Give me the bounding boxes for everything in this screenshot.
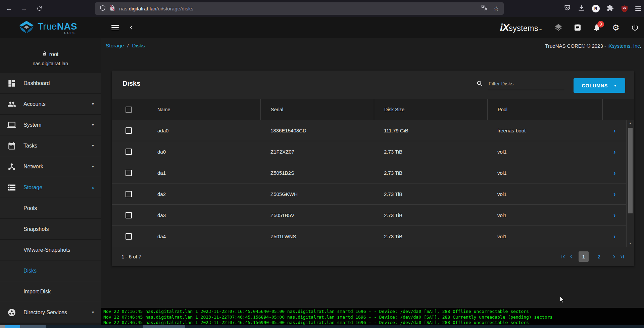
page-1-button[interactable]: 1	[579, 251, 589, 262]
dashboard-icon	[7, 79, 16, 88]
hscroll-thumb[interactable]	[5, 325, 20, 328]
sidebar-item-network[interactable]: Network ▼	[0, 156, 101, 177]
row-expand-chevron-icon[interactable]: ›	[613, 148, 616, 155]
sidebar-item-vmware-snapshots[interactable]: VMware-Snapshots	[0, 240, 101, 260]
browser-menu-icon[interactable]	[635, 6, 641, 11]
columns-button[interactable]: COLUMNS ▼	[574, 78, 625, 93]
row-expand-chevron-icon[interactable]: ›	[613, 169, 616, 176]
chevron-down-icon: ▼	[91, 311, 95, 314]
column-header-serial[interactable]: Serial	[260, 99, 374, 120]
table-scrollbar[interactable]: ▲ ▼	[626, 120, 634, 247]
cell-serial: Z505GKWH	[260, 191, 374, 197]
table-row-da0[interactable]: da0 Z1F2XZ07 2.73 TiB vol1 ›	[112, 141, 634, 162]
filter-disks-input[interactable]	[488, 80, 564, 90]
table-row-da1[interactable]: da1 Z5051B2S 2.73 TiB vol1 ›	[112, 162, 634, 183]
sidebar-collapse-icon[interactable]	[129, 24, 134, 32]
address-bar[interactable]: nas.digitalrat.lan/ui/storage/disks ☆	[95, 2, 504, 15]
sidebar-item-directory-services[interactable]: Directory Services ▼	[0, 302, 101, 323]
browser-reload-icon[interactable]	[33, 0, 46, 17]
console-line: Nov 22 07:16:45 nas.digitalrat.lan 1 202…	[103, 309, 644, 315]
chevron-down-icon: ▼	[91, 123, 95, 127]
row-checkbox[interactable]	[126, 191, 132, 197]
console-footer[interactable]: Nov 22 07:16:45 nas.digitalrat.lan 1 202…	[101, 308, 644, 325]
sidebar-item-accounts[interactable]: Accounts ▼	[0, 94, 101, 115]
table-row-ada0[interactable]: ada0 1836E15408CD 111.79 GiB freenas-boo…	[112, 120, 634, 141]
user-host: nas.digitalrat.lan	[0, 61, 101, 66]
filter-area	[476, 80, 564, 90]
sidebar-toggle-icon[interactable]	[111, 25, 119, 30]
breadcrumb-storage-link[interactable]: Storage	[106, 43, 124, 49]
user-block: root nas.digitalrat.lan	[0, 38, 101, 66]
browser-back-icon[interactable]: ←	[3, 0, 15, 17]
column-header-pool[interactable]: Pool	[487, 99, 602, 120]
truecommand-icon[interactable]	[554, 23, 563, 32]
table-row-da2[interactable]: da2 Z505GKWH 2.73 TiB vol1 ›	[112, 183, 634, 205]
previous-page-icon[interactable]	[567, 253, 575, 261]
search-icon	[476, 80, 484, 89]
translate-icon[interactable]	[481, 5, 488, 12]
page-title: Disks	[122, 80, 140, 87]
row-checkbox[interactable]	[126, 127, 132, 134]
url-text[interactable]: nas.digitalrat.lan/ui/storage/disks	[119, 6, 193, 11]
last-page-icon[interactable]	[618, 253, 626, 261]
extension-r-badge[interactable]: R	[592, 5, 600, 12]
pocket-icon[interactable]	[564, 4, 571, 13]
sidebar-item-dashboard[interactable]: Dashboard	[0, 73, 101, 94]
sidebar-item-pools[interactable]: Pools	[0, 198, 101, 219]
row-expand-chevron-icon[interactable]: ›	[613, 191, 616, 197]
sidebar-item-storage[interactable]: Storage ▲	[0, 177, 101, 198]
sidebar-item-disks[interactable]: Disks	[0, 260, 101, 281]
truenas-logo[interactable]: TrueNAS CORE	[19, 20, 77, 34]
truenas-disks-page: ← → nas.digitalrat.lan/ui/storage/disks …	[0, 0, 644, 328]
scroll-down-icon[interactable]: ▼	[627, 241, 634, 246]
row-checkbox[interactable]	[126, 149, 132, 155]
row-checkbox[interactable]	[126, 170, 132, 176]
accounts-people-icon	[7, 100, 16, 109]
sidebar-item-snapshots[interactable]: Snapshots	[0, 219, 101, 240]
table-row-da4[interactable]: da4 Z501LWNS 2.73 TiB vol1 ›	[112, 226, 634, 247]
url-path: /ui/storage/disks	[156, 6, 193, 11]
scrollbar-thumb[interactable]	[628, 128, 633, 213]
ublock-origin-icon[interactable]: uO	[621, 5, 628, 13]
ixsystems-link[interactable]: iXsystems, Inc	[607, 43, 640, 49]
browser-extensions-area: R uO	[564, 0, 641, 17]
row-expand-chevron-icon[interactable]: ›	[613, 212, 616, 218]
row-expand-chevron-icon[interactable]: ›	[613, 233, 616, 240]
select-all-checkbox[interactable]	[126, 107, 132, 113]
downloads-icon[interactable]	[578, 4, 585, 13]
column-header-name[interactable]: Name	[149, 99, 260, 120]
chevron-down-icon: ▼	[91, 144, 95, 148]
column-header-disk-size[interactable]: Disk Size	[374, 99, 487, 120]
next-page-icon[interactable]	[610, 253, 618, 261]
notifications-bell-icon[interactable]: 3	[592, 23, 601, 32]
power-icon[interactable]	[631, 23, 639, 32]
url-subdomain: nas.	[119, 6, 129, 11]
cell-pool: freenas-boot	[487, 128, 602, 133]
page-2-button[interactable]: 2	[593, 254, 605, 259]
tasks-calendar-icon	[7, 141, 16, 150]
breadcrumb-disks-link[interactable]: Disks	[132, 43, 145, 49]
brand-edition: CORE	[64, 31, 77, 35]
row-checkbox[interactable]	[126, 233, 132, 240]
browser-forward-icon[interactable]: →	[17, 0, 30, 17]
cell-serial: Z1F2XZ07	[260, 149, 374, 155]
sidebar-item-system[interactable]: System ▼	[0, 115, 101, 135]
shield-icon[interactable]	[100, 5, 106, 13]
console-line: Nov 22 07:46:45 nas.digitalrat.lan 1 202…	[103, 315, 644, 320]
first-page-icon[interactable]	[559, 253, 567, 261]
scroll-up-icon[interactable]: ▲	[627, 121, 634, 126]
horizontal-scrollbar[interactable]	[0, 325, 644, 328]
browser-toolbar: ← → nas.digitalrat.lan/ui/storage/disks …	[0, 0, 644, 17]
sidebar-item-tasks[interactable]: Tasks ▼	[0, 135, 101, 156]
row-expand-chevron-icon[interactable]: ›	[613, 127, 616, 134]
bookmark-star-icon[interactable]: ☆	[493, 5, 499, 12]
row-checkbox[interactable]	[126, 212, 132, 218]
hscroll-segment	[143, 325, 185, 328]
extensions-puzzle-icon[interactable]	[607, 4, 614, 13]
settings-gear-icon[interactable]: ⚙	[611, 23, 620, 32]
cell-disk-size: 2.73 TiB	[374, 170, 487, 176]
table-row-da3[interactable]: da3 Z5051B5V 2.73 TiB vol1 ›	[112, 205, 634, 226]
insecure-lock-icon[interactable]	[109, 5, 115, 13]
sidebar-item-import-disk[interactable]: Import Disk	[0, 281, 101, 302]
jobs-clipboard-icon[interactable]	[573, 23, 582, 32]
